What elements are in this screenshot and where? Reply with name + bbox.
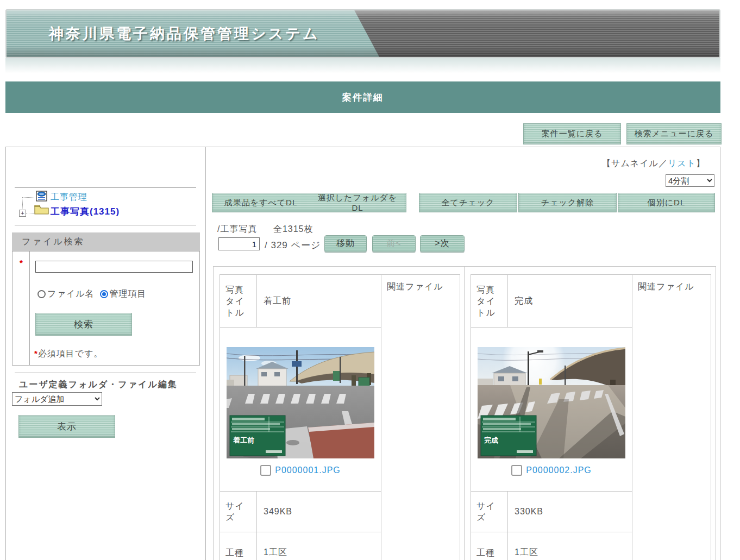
separator: [15, 225, 196, 225]
folder-action-select[interactable]: フォルダ追加: [12, 392, 102, 406]
photo-title-label: 写真タイトル: [471, 275, 508, 328]
page-title-bar: 案件詳細: [5, 81, 720, 113]
signboard-title: 着工前: [233, 436, 254, 444]
photo-cell: 着工前 P0000001.JPG: [220, 328, 381, 492]
download-individual-button[interactable]: 個別にDL: [618, 193, 715, 212]
system-title: 神奈川県電子納品保管管理システム: [49, 24, 320, 43]
photo-title-label: 写真タイトル: [220, 275, 257, 328]
separator: [15, 373, 196, 373]
banner-reflection: [5, 58, 720, 73]
content-frame: + 工事管理 工事写真(1315) ファイル検: [5, 147, 720, 560]
previous-page-button[interactable]: 前<: [372, 235, 416, 252]
bracket: 】: [696, 159, 705, 168]
view-thumbnail-label: サムネイル: [611, 159, 659, 168]
search-type-radios: ファイル名 管理項目: [37, 288, 147, 300]
page-title: 案件詳細: [342, 91, 384, 104]
photo-cards-container: 写真タイトル 着工前 関連ファイル: [213, 266, 716, 560]
bracket: 【: [602, 159, 611, 168]
download-buttons-group: 成果品をすべてDL 選択したフォルダをDL: [212, 193, 406, 212]
back-to-search-menu-button[interactable]: 検索メニューに戻る: [626, 123, 722, 144]
photo-thumbnail[interactable]: 完成: [478, 347, 625, 458]
search-button[interactable]: 検索: [35, 313, 132, 336]
page-count-label: / 329 ページ: [265, 239, 321, 251]
sidebar-item-construction-photos[interactable]: 工事写真(1315): [51, 205, 120, 218]
size-value: 349KB: [257, 492, 381, 532]
folder-path: /工事写真: [217, 224, 257, 234]
download-selected-folder-button[interactable]: 選択したフォルダをDL: [309, 193, 406, 212]
size-value: 330KB: [508, 492, 632, 532]
file-search-box: * ファイル名 管理項目 検索 *必須項目です。: [12, 251, 200, 366]
uncheck-button[interactable]: チェック解除: [518, 193, 617, 212]
slash: ／: [659, 159, 668, 168]
split-view-select[interactable]: 4分割: [666, 174, 714, 187]
system-banner: 神奈川県電子納品保管管理システム: [5, 9, 720, 58]
required-asterisk: *: [20, 258, 23, 267]
view-switcher: 【サムネイル／リスト】: [602, 158, 705, 169]
size-label: サイズ: [220, 492, 257, 532]
required-note: *必須項目です。: [34, 348, 103, 360]
radio-filename[interactable]: [37, 290, 46, 298]
user-folder-title: ユーザ定義フォルダ・ファイル編集: [19, 379, 178, 391]
photo-cell: 完成 P0000002.JPG: [471, 328, 632, 492]
tree-expand-icon[interactable]: +: [19, 210, 26, 217]
tree-connector: [26, 213, 34, 213]
photo-card-2: 写真タイトル 完成 関連ファイル: [465, 267, 716, 560]
page-number-input[interactable]: [218, 237, 260, 250]
photo-title-value: 着工前: [257, 275, 381, 328]
kind-value: 1工区: [257, 532, 381, 560]
sidebar: + 工事管理 工事写真(1315) ファイル検: [6, 147, 206, 560]
main-area: 【サムネイル／リスト】 4分割 成果品をすべてDL 選択したフォルダをDL 全て…: [206, 147, 720, 560]
photo-checkbox[interactable]: [511, 465, 522, 476]
file-row: P0000001.JPG: [221, 465, 380, 476]
photo-table: 写真タイトル 着工前 関連ファイル: [220, 274, 460, 560]
download-all-button[interactable]: 成果品をすべてDL: [212, 193, 309, 212]
file-row: P0000002.JPG: [472, 465, 631, 476]
app-root: 神奈川県電子納品保管管理システム 案件詳細 案件一覧に戻る 検索メニューに戻る …: [0, 0, 740, 560]
go-to-page-button[interactable]: 移動: [324, 235, 367, 252]
radio-filename-label[interactable]: ファイル名: [47, 288, 95, 300]
size-label: サイズ: [471, 492, 508, 532]
kind-label: 工種: [220, 532, 257, 560]
photo-file-link[interactable]: P0000001.JPG: [275, 465, 341, 475]
tree-connector: [22, 197, 34, 198]
check-all-button[interactable]: 全てチェック: [419, 193, 517, 212]
show-button[interactable]: 表示: [18, 415, 115, 438]
radio-mgmt-item-label[interactable]: 管理項目: [110, 288, 147, 300]
sidebar-item-construction-mgmt[interactable]: 工事管理: [51, 192, 87, 203]
photo-title-value: 完成: [508, 275, 632, 328]
back-to-case-list-button[interactable]: 案件一覧に戻る: [523, 123, 621, 144]
file-search-required-col: *: [12, 251, 30, 365]
related-files-label: 関連ファイル: [381, 275, 460, 560]
required-asterisk: *: [34, 349, 38, 358]
next-page-button[interactable]: >次: [420, 235, 465, 252]
view-list-link[interactable]: リスト: [668, 159, 696, 168]
radio-mgmt-item[interactable]: [100, 290, 108, 298]
total-count: 全1315枚: [273, 224, 313, 234]
signboard-title: 完成: [484, 436, 498, 444]
photo-card-1: 写真タイトル 着工前 関連ファイル: [214, 267, 465, 560]
document-icon[interactable]: [36, 191, 47, 204]
file-search-input[interactable]: [35, 261, 193, 273]
file-search-header: ファイル検索: [12, 232, 200, 251]
photo-checkbox[interactable]: [260, 465, 271, 476]
related-files-label: 関連ファイル: [632, 275, 711, 560]
photo-table: 写真タイトル 完成 関連ファイル: [471, 274, 711, 560]
kind-value: 1工区: [508, 532, 632, 560]
separator: [15, 187, 196, 188]
photo-thumbnail[interactable]: 着工前: [227, 347, 374, 458]
folder-icon[interactable]: [34, 204, 49, 217]
breadcrumb: /工事写真 全1315枚: [217, 224, 313, 235]
photo-file-link[interactable]: P0000002.JPG: [526, 465, 592, 475]
kind-label: 工種: [471, 532, 508, 560]
